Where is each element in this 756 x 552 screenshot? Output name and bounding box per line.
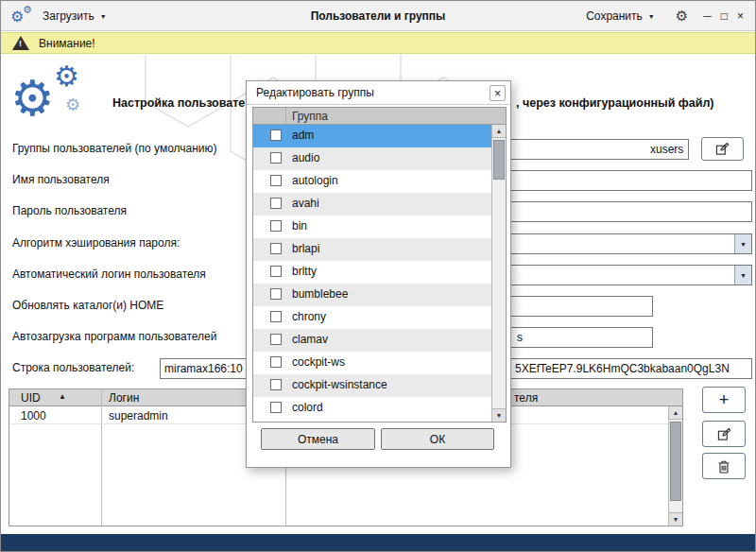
chevron-down-icon: ▼ [740, 241, 747, 248]
group-row[interactable]: chrony [253, 306, 491, 329]
group-checkbox[interactable] [270, 334, 282, 345]
page-heading-right: , через конфигурационный файл) [516, 96, 714, 110]
gear-icon: ⚙ [65, 96, 80, 113]
group-checkbox[interactable] [270, 379, 282, 390]
settings-gear-icon[interactable]: ⚙ [676, 9, 688, 23]
group-row[interactable]: adm [253, 125, 491, 147]
groups-scrollbar[interactable]: ▲ ▼ [491, 125, 506, 422]
add-user-button[interactable]: + [702, 387, 746, 413]
group-name: bumblebee [292, 287, 348, 301]
group-row[interactable]: bin [253, 216, 491, 238]
scroll-up-button[interactable]: ▲ [669, 406, 682, 420]
top-toolbar: ⚙ ⚙ Загрузить ▼ Пользователи и группы Со… [1, 1, 755, 31]
user-string-label: Строка пользователей: [12, 361, 134, 374]
chevron-down-icon: ▼ [740, 272, 747, 279]
close-window-button[interactable]: × [737, 10, 744, 22]
groups-rows: adm audio autologin avahi bin [253, 125, 491, 420]
scroll-down-button[interactable]: ▼ [492, 408, 506, 422]
arrow-down-icon: ▼ [496, 412, 503, 419]
ok-button[interactable]: ОК [381, 428, 494, 450]
update-home-label: Обновлять каталог(и) HOME [12, 299, 163, 312]
group-checkbox[interactable] [270, 220, 282, 232]
column-divider [285, 108, 286, 124]
cancel-button[interactable]: Отмена [261, 428, 375, 450]
pencil-icon [717, 427, 731, 441]
group-checkbox[interactable] [270, 175, 282, 186]
cell-uid: 1000 [21, 409, 46, 423]
group-name: audio [292, 151, 319, 164]
arrow-up-icon: ▲ [673, 409, 679, 416]
group-name: brlapi [292, 242, 319, 255]
plus-icon: + [719, 391, 730, 408]
group-checkbox[interactable] [270, 152, 282, 164]
sort-ascending-icon: ▲ [59, 393, 66, 401]
column-header-group[interactable]: Группа [292, 110, 328, 123]
toolbar-right: Сохранить ▼ ⚙ ─ □ × [580, 6, 755, 26]
group-checkbox[interactable] [270, 266, 282, 277]
arrow-up-icon: ▲ [496, 128, 503, 134]
group-row[interactable]: colord [253, 397, 491, 420]
group-row[interactable]: cockpit-ws [253, 352, 491, 374]
group-checkbox[interactable] [270, 129, 282, 141]
warning-icon: ! [12, 36, 29, 50]
gear-icon: ⚙ [23, 5, 32, 15]
column-header-login[interactable]: Логин [109, 391, 139, 405]
autologin-dropdown-button[interactable]: ▼ [734, 266, 751, 285]
load-label: Загрузить [43, 9, 94, 23]
group-row[interactable]: autologin [253, 170, 491, 193]
close-icon: × [494, 87, 501, 100]
save-label: Сохранить [586, 9, 643, 23]
group-row[interactable]: clamav [253, 329, 491, 352]
warning-mark: ! [19, 40, 22, 48]
group-name: brltty [292, 265, 317, 278]
group-checkbox[interactable] [270, 243, 282, 254]
groups-list-header: Группа [253, 108, 506, 125]
load-menu-button[interactable]: Загрузить ▼ [37, 6, 112, 26]
chevron-down-icon: ▼ [648, 11, 655, 20]
autologin-label: Автоматический логин пользователя [12, 267, 206, 281]
groups-list: Группа adm audio autologin avahi [252, 107, 507, 423]
scroll-up-button[interactable]: ▲ [492, 125, 506, 138]
dialog-close-button[interactable]: × [490, 85, 506, 101]
group-checkbox[interactable] [270, 311, 282, 322]
table-scrollbar[interactable]: ▲ ▼ [668, 406, 682, 526]
autostart-label: Автозагрузка программ пользователей [12, 330, 216, 343]
minimize-button[interactable]: ─ [703, 10, 712, 22]
scrollbar-thumb[interactable] [493, 140, 505, 180]
group-row[interactable]: avahi [253, 193, 491, 216]
dialog-title: Редактировать группы [256, 86, 374, 99]
group-name: clamav [292, 333, 328, 346]
column-header-fullname-fragment[interactable]: теля [514, 391, 538, 405]
group-row[interactable]: brlapi [253, 238, 491, 261]
arrow-down-icon: ▼ [673, 516, 679, 523]
group-checkbox[interactable] [270, 198, 282, 209]
status-bar [1, 534, 755, 551]
cell-login: superadmin [109, 409, 168, 423]
group-row[interactable]: audio [253, 147, 491, 170]
edit-groups-dialog: Редактировать группы × Группа adm audio [246, 80, 511, 468]
edit-default-groups-button[interactable] [701, 137, 744, 161]
autostart-value: s [517, 331, 523, 344]
warning-banner: ! Внимание! [1, 32, 755, 54]
hash-algo-dropdown-button[interactable]: ▼ [734, 234, 751, 253]
group-checkbox[interactable] [270, 356, 282, 368]
group-row[interactable]: cockpit-wsinstance [253, 374, 491, 397]
delete-user-button[interactable] [702, 453, 746, 479]
group-name: cockpit-wsinstance [292, 378, 387, 391]
default-groups-label: Группы пользователей (по умолчанию) [12, 142, 217, 155]
user-string-value-left: miramax166:10 [164, 362, 243, 375]
group-checkbox[interactable] [270, 402, 282, 413]
group-row[interactable]: bumblebee [253, 284, 491, 306]
scrollbar-thumb[interactable] [670, 422, 681, 501]
edit-user-button[interactable] [702, 421, 746, 447]
group-name: avahi [292, 197, 319, 210]
gear-icon: ⚙ [10, 74, 55, 123]
maximize-button[interactable]: □ [721, 10, 728, 22]
group-name: colord [292, 401, 323, 414]
scroll-down-button[interactable]: ▼ [669, 512, 682, 526]
group-checkbox[interactable] [270, 288, 282, 300]
group-name: cockpit-ws [292, 355, 345, 369]
save-menu-button[interactable]: Сохранить ▼ [580, 6, 661, 26]
group-row[interactable]: brltty [253, 261, 491, 284]
column-header-uid[interactable]: UID [21, 391, 41, 405]
